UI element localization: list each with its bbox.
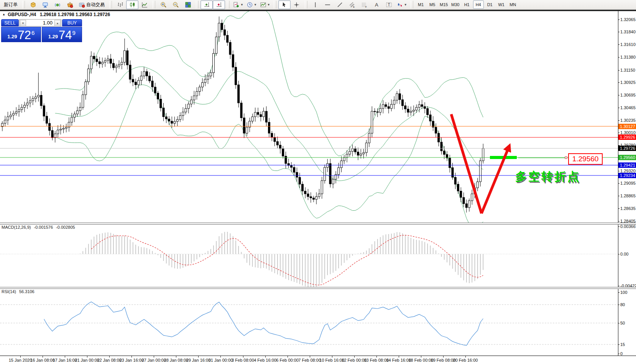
volume-increase-button[interactable]: ▲	[54, 20, 61, 26]
time-tick	[220, 356, 221, 357]
candle-body	[251, 117, 253, 121]
timeframe-h4[interactable]: H4	[473, 0, 484, 9]
trend-arrow[interactable]	[451, 114, 482, 213]
rsi-axis-label: 15	[620, 342, 636, 347]
time-tick-label: 16 Jan 08:00	[30, 358, 55, 362]
crosshair-icon[interactable]	[291, 0, 303, 9]
candle-body	[365, 143, 367, 152]
candle-body	[146, 72, 148, 76]
auto-trading-button[interactable]: 自动交易	[76, 0, 107, 9]
panel-splitter[interactable]	[0, 287, 636, 289]
price-callout-label[interactable]: 1.29560	[568, 153, 603, 165]
price-tick-label: 1.30235	[620, 118, 636, 123]
candle-body	[285, 156, 287, 163]
candle-body	[299, 177, 301, 184]
candle-body	[265, 111, 267, 122]
bars-chart-icon[interactable]	[114, 0, 126, 9]
macd-axis-tick	[618, 226, 620, 227]
price-tick	[618, 57, 620, 57]
time-tick	[154, 356, 154, 357]
cursor-icon[interactable]	[278, 0, 291, 9]
timeframe-d1[interactable]: D1	[485, 0, 495, 9]
candle-body	[193, 96, 195, 100]
macd-panel[interactable]	[0, 224, 636, 287]
timeframe-w1[interactable]: W1	[496, 0, 507, 9]
candle-body	[232, 54, 234, 67]
sell-button[interactable]: SELL	[1, 19, 19, 26]
timeframe-mn[interactable]: MN	[508, 0, 518, 9]
price-level-badge: 1.29726	[618, 146, 636, 151]
chevron-down-icon: ▼	[267, 3, 270, 7]
candle-body	[32, 98, 34, 101]
horizontal-line-icon[interactable]	[322, 0, 334, 9]
line-chart-icon[interactable]	[138, 0, 151, 9]
buy-price-button[interactable]: 1.29 74 9	[42, 27, 82, 42]
buy-button[interactable]: BUY	[62, 19, 82, 26]
toolbar-separator	[305, 1, 307, 8]
candle-body	[182, 112, 184, 115]
price-tick	[618, 120, 620, 121]
history-center-icon[interactable]	[27, 0, 39, 9]
main-chart[interactable]	[0, 11, 636, 223]
sell-price-button[interactable]: 1.29 72 6	[1, 27, 41, 42]
price-tick-label: 1.32065	[620, 17, 636, 22]
indicators-icon[interactable]: ▼	[232, 0, 245, 9]
candle-body	[113, 63, 115, 68]
candle-body	[87, 69, 89, 82]
candle-body	[368, 133, 370, 143]
candle-body	[482, 148, 484, 161]
time-tick-label: 18 Feb 00:00	[408, 358, 433, 362]
trendline-icon[interactable]	[334, 0, 346, 9]
zoom-in-icon[interactable]	[157, 0, 169, 9]
candle-body	[357, 152, 359, 156]
symbol-title: ▲ GBPUSD-,H4 1.29618 1.29798 1.29563 1.2…	[2, 12, 110, 17]
text-label-icon[interactable]: T	[383, 0, 395, 9]
timeframe-h1[interactable]: H1	[462, 0, 472, 9]
price-tick	[618, 183, 620, 184]
candle-body	[85, 82, 87, 95]
turning-point-label[interactable]: 多空转折点	[515, 169, 580, 185]
candle-body	[102, 62, 104, 64]
candle-body	[187, 104, 189, 109]
tile-windows-icon[interactable]	[182, 0, 194, 9]
volume-decrease-button[interactable]: ▼	[20, 20, 26, 26]
price-level-badge: 1.29560	[618, 155, 636, 160]
time-tick	[20, 356, 21, 357]
vertical-line-icon[interactable]	[309, 0, 322, 9]
candlestick-chart-icon[interactable]	[126, 0, 138, 9]
text-icon[interactable]: A	[371, 0, 383, 9]
time-tick-label: 28 Jan 08:00	[164, 358, 189, 362]
time-tick-label: 15 Jan 2020	[9, 358, 32, 362]
mt4-window: 新订单 自动交易	[0, 0, 636, 364]
sell-price-prefix: 1.29	[7, 34, 17, 39]
periods-icon[interactable]: ▼	[245, 0, 258, 9]
timeframe-m30[interactable]: M30	[450, 0, 461, 9]
candle-body	[202, 83, 204, 87]
market-icon[interactable]	[64, 0, 76, 9]
timeframe-m1[interactable]: M1	[416, 0, 426, 9]
arrows-icon[interactable]: ▼	[395, 0, 409, 9]
price-tick-label: 1.28635	[620, 206, 636, 211]
fibonacci-icon[interactable]: F	[358, 0, 371, 9]
price-tick-label: 1.31380	[620, 55, 636, 60]
zoom-out-icon[interactable]	[169, 0, 182, 9]
equidistant-channel-icon[interactable]: E	[346, 0, 358, 9]
timeframe-m5[interactable]: M5	[427, 0, 438, 9]
candle-body	[457, 184, 459, 191]
chart-shift-icon[interactable]	[213, 0, 225, 9]
templates-icon[interactable]: ▼	[258, 0, 272, 9]
candle-body	[107, 59, 109, 61]
timeframe-m15[interactable]: M15	[439, 0, 449, 9]
virtual-hosting-icon[interactable]	[39, 0, 51, 9]
panel-splitter[interactable]	[0, 223, 636, 225]
new-order-button[interactable]: 新订单	[1, 0, 20, 9]
candle-body	[40, 95, 42, 106]
candle-body	[224, 30, 226, 35]
price-tick	[618, 171, 620, 171]
signals-icon[interactable]	[51, 0, 64, 9]
candle-body	[376, 112, 378, 112]
rsi-panel[interactable]	[0, 288, 636, 356]
candle-body	[160, 99, 162, 108]
candle-body	[196, 92, 198, 96]
auto-scroll-icon[interactable]	[200, 0, 213, 9]
